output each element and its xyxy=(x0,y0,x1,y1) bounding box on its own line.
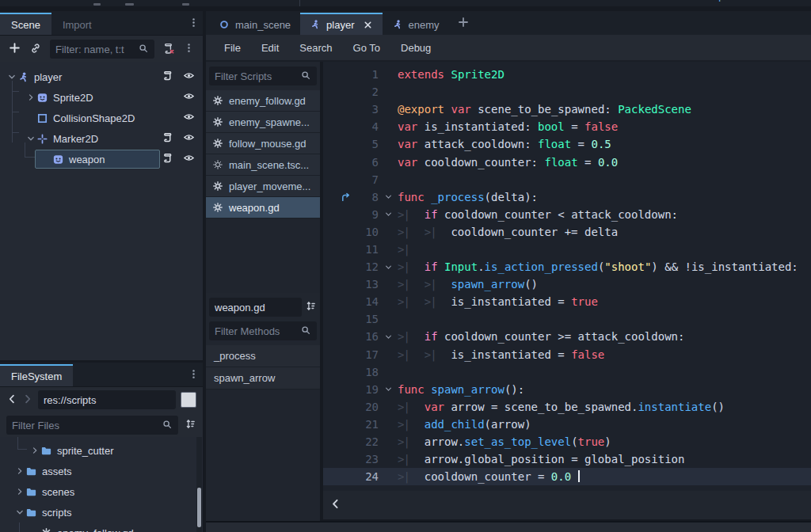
scroll-icon[interactable] xyxy=(162,152,173,164)
filesystem-row[interactable]: sprite_cutter xyxy=(0,440,203,461)
expand-arrow[interactable] xyxy=(25,134,36,143)
menu-search[interactable]: Search xyxy=(289,35,342,60)
path-field[interactable]: res://scripts xyxy=(38,390,176,409)
chevd-icon[interactable] xyxy=(26,134,36,143)
code-editor[interactable]: 1extends Sprite2D23@export var scene_to_… xyxy=(323,62,811,491)
code-line[interactable]: 19func spawn_arrow(): xyxy=(323,381,811,398)
code-line[interactable]: 10>|>|cooldown_counter += delta xyxy=(323,223,811,241)
chevr-icon[interactable] xyxy=(15,487,25,496)
code-line[interactable]: 8func _process(delta): xyxy=(323,188,811,206)
eye-icon[interactable] xyxy=(183,111,195,123)
tab-filesystem[interactable]: FileSystem xyxy=(0,364,73,386)
scene-tree-row[interactable]: CollisionShape2D xyxy=(0,108,203,128)
code-line[interactable]: 9>|if cooldown_counter < attack_cooldown… xyxy=(323,206,811,223)
scroll-icon[interactable] xyxy=(162,70,173,82)
script-list-item[interactable]: enemy_spawne... xyxy=(206,112,320,133)
plus-icon[interactable] xyxy=(8,41,21,55)
attached-script-button[interactable] xyxy=(162,131,173,146)
scene-tree-row[interactable]: Marker2D xyxy=(0,128,203,149)
visibility-toggle-button[interactable] xyxy=(183,152,195,166)
dots-icon[interactable] xyxy=(188,17,200,28)
code-line[interactable]: 22>|arrow.set_as_top_level(true) xyxy=(323,433,811,450)
visibility-toggle-button[interactable] xyxy=(183,90,195,104)
method-list-item[interactable]: _process xyxy=(206,345,320,367)
fold-gutter[interactable] xyxy=(379,192,398,201)
code-line[interactable]: 23>|arrow.global_position = global_posit… xyxy=(323,450,811,468)
expand-arrow[interactable] xyxy=(6,72,17,82)
add-node-button[interactable] xyxy=(8,41,21,57)
fold-gutter[interactable] xyxy=(379,332,398,341)
expand-arrow[interactable] xyxy=(25,93,36,102)
scrollbar-thumb[interactable] xyxy=(197,488,201,527)
code-line[interactable]: 6var cooldown_counter: float = 0.0 xyxy=(323,153,811,170)
scene-tree-row[interactable]: Sprite2D xyxy=(0,87,203,108)
code-line[interactable]: 15 xyxy=(323,310,811,328)
back-button[interactable] xyxy=(6,393,17,407)
sort-icon[interactable] xyxy=(305,300,317,312)
code-line[interactable]: 12>|if Input.is_action_pressed("shoot") … xyxy=(323,258,811,276)
eye-icon[interactable] xyxy=(183,70,195,82)
chevr-icon[interactable] xyxy=(15,466,25,476)
fold-gutter[interactable] xyxy=(379,385,398,393)
code-line[interactable]: 2 xyxy=(323,83,811,101)
code-line[interactable]: 4var is_instantiated: bool = false xyxy=(323,118,811,135)
sort-methods-button[interactable] xyxy=(305,300,317,314)
collapse-panel-button[interactable] xyxy=(329,498,341,512)
workspace-button-assetlib[interactable]: AssetLib xyxy=(748,0,800,2)
scene-tabbar-menu-button[interactable] xyxy=(188,17,200,31)
dots-icon[interactable] xyxy=(188,368,200,380)
visibility-toggle-button[interactable] xyxy=(183,131,195,146)
menu-go-to[interactable]: Go To xyxy=(343,35,390,60)
code-line[interactable]: 14>|>|is_instantiated = true xyxy=(323,293,811,310)
detach-script-button[interactable] xyxy=(162,42,175,57)
scene-dock-menu-button[interactable] xyxy=(183,42,195,56)
chevd-icon[interactable] xyxy=(384,332,393,341)
scene-tab-player[interactable]: player xyxy=(300,13,382,35)
fold-gutter[interactable] xyxy=(379,263,398,272)
eye-icon[interactable] xyxy=(183,90,195,102)
menu-file[interactable]: File xyxy=(214,35,251,60)
tab-import[interactable]: Import xyxy=(51,13,103,35)
chevd-icon[interactable] xyxy=(384,263,393,272)
workspace-button-2d[interactable]: 2D xyxy=(596,0,622,2)
filesystem-row[interactable]: scenes xyxy=(0,481,203,502)
code-line[interactable]: 13>|>|spawn_arrow() xyxy=(323,276,811,293)
method-list-item[interactable]: spawn_arrow xyxy=(206,367,320,390)
expand-arrow[interactable] xyxy=(14,487,25,496)
script-list-item[interactable]: weapon.gd xyxy=(206,197,320,218)
filter-methods-input[interactable]: Filter Methods xyxy=(209,321,317,340)
attached-script-button[interactable] xyxy=(162,70,173,84)
chevr-icon[interactable] xyxy=(26,93,36,102)
scene-tree-row[interactable]: player xyxy=(0,66,203,87)
filesystem-menu-button[interactable] xyxy=(188,368,200,382)
close-icon[interactable] xyxy=(363,20,373,30)
file-filter-input[interactable]: Filter Files xyxy=(6,416,178,435)
filter-scripts-input[interactable]: Filter Scripts xyxy=(209,66,317,86)
code-line[interactable]: 17>|>|is_instantiated = false xyxy=(323,346,811,363)
attached-script-button[interactable] xyxy=(162,152,173,166)
workspace-button-script[interactable]: Script xyxy=(688,0,727,2)
code-line[interactable]: 3@export var scene_to_be_spawned: Packed… xyxy=(323,101,811,118)
scene-tree-row[interactable]: weapon xyxy=(0,149,203,169)
sort-files-button[interactable] xyxy=(185,418,196,432)
chevr-icon[interactable] xyxy=(30,446,40,455)
menu-debug[interactable]: Debug xyxy=(390,35,441,60)
link-icon[interactable] xyxy=(29,42,42,55)
script-list-item[interactable]: follow_mouse.gd xyxy=(206,133,320,154)
code-line[interactable]: 5var attack_cooldown: float = 0.5 xyxy=(323,135,811,153)
visibility-toggle-button[interactable] xyxy=(183,111,195,125)
filesystem-row[interactable]: assets xyxy=(0,461,203,481)
expand-arrow[interactable] xyxy=(14,466,25,476)
sort-icon[interactable] xyxy=(185,418,196,430)
workspace-button-3d[interactable]: 3D xyxy=(642,0,668,2)
scroll-icon[interactable] xyxy=(162,131,173,143)
code-line[interactable]: 18 xyxy=(323,363,811,381)
dots-icon[interactable] xyxy=(183,42,195,54)
menu-edit[interactable]: Edit xyxy=(251,35,289,60)
code-line[interactable]: 1extends Sprite2D xyxy=(323,66,811,83)
scriptx-icon[interactable] xyxy=(162,42,175,55)
chevd-icon[interactable] xyxy=(384,385,393,393)
chevd-icon[interactable] xyxy=(384,192,393,201)
close-tab-button[interactable] xyxy=(363,20,373,30)
code-line[interactable]: 16>|if cooldown_counter >= attack_cooldo… xyxy=(323,328,811,345)
